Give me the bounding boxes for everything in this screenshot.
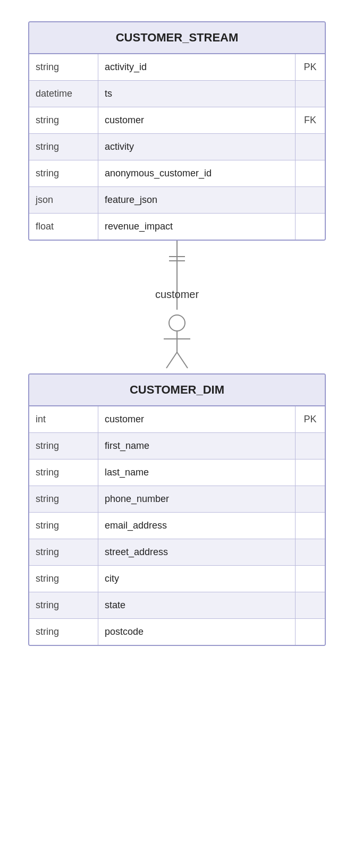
table-connector: customer [28, 241, 326, 373]
cell-type: int [29, 406, 98, 432]
svg-point-5 [169, 315, 185, 331]
cell-type: string [29, 160, 98, 186]
cell-name: first_name [98, 433, 296, 459]
customer-dim-title: CUSTOMER_DIM [29, 375, 325, 406]
cell-key [296, 187, 325, 213]
cell-name: phone_number [98, 486, 296, 512]
table-row: string activity [29, 134, 325, 160]
cell-name: last_name [98, 459, 296, 486]
cell-key: FK [296, 107, 325, 133]
cell-name: customer [98, 406, 296, 432]
cell-name: customer [98, 107, 296, 133]
table-row: string phone_number [29, 486, 325, 513]
customer-stream-table: CUSTOMER_STREAM string activity_id PK da… [28, 21, 326, 241]
table-row: string last_name [29, 459, 325, 486]
table-row: string first_name [29, 433, 325, 459]
table-row: float revenue_impact [29, 214, 325, 240]
cell-type: float [29, 214, 98, 240]
table-row: string city [29, 566, 325, 592]
table-row: string postcode [29, 619, 325, 645]
table-row: json feature_json [29, 187, 325, 214]
cell-type: string [29, 566, 98, 592]
customer-dim-rows: int customer PK string first_name string… [29, 406, 325, 645]
cell-key [296, 513, 325, 539]
cell-name: postcode [98, 619, 296, 645]
cell-key [296, 566, 325, 592]
cell-name: email_address [98, 513, 296, 539]
diagram-container: CUSTOMER_STREAM string activity_id PK da… [28, 21, 326, 646]
table-row: string anonymous_customer_id [29, 160, 325, 187]
cell-name: activity [98, 134, 296, 160]
cell-name: city [98, 566, 296, 592]
table-row: string street_address [29, 539, 325, 566]
cell-type: json [29, 187, 98, 213]
cell-type: datetime [29, 81, 98, 107]
cell-type: string [29, 134, 98, 160]
cell-key [296, 592, 325, 618]
relation-label: customer [155, 288, 199, 301]
cell-key [296, 619, 325, 645]
table-row: string activity_id PK [29, 54, 325, 81]
connector-svg [156, 241, 198, 373]
cell-key [296, 459, 325, 486]
cell-name: anonymous_customer_id [98, 160, 296, 186]
table-row: string state [29, 592, 325, 619]
cell-key: PK [296, 406, 325, 432]
cell-name: revenue_impact [98, 214, 296, 240]
cell-type: string [29, 619, 98, 645]
cell-key [296, 486, 325, 512]
table-row: string email_address [29, 513, 325, 539]
cell-type: string [29, 54, 98, 80]
svg-line-8 [166, 352, 177, 368]
cell-key [296, 539, 325, 565]
cell-type: string [29, 486, 98, 512]
cell-key [296, 214, 325, 240]
cell-type: string [29, 107, 98, 133]
cell-type: string [29, 433, 98, 459]
table-row: datetime ts [29, 81, 325, 107]
cell-type: string [29, 513, 98, 539]
cell-key [296, 81, 325, 107]
cell-type: string [29, 592, 98, 618]
customer-dim-table: CUSTOMER_DIM int customer PK string firs… [28, 373, 326, 646]
svg-line-9 [177, 352, 188, 368]
cell-name: feature_json [98, 187, 296, 213]
table-row: string customer FK [29, 107, 325, 134]
cell-type: string [29, 539, 98, 565]
cell-name: state [98, 592, 296, 618]
cell-key [296, 160, 325, 186]
cell-key [296, 433, 325, 459]
table-row: int customer PK [29, 406, 325, 433]
cell-key: PK [296, 54, 325, 80]
cell-name: street_address [98, 539, 296, 565]
customer-stream-rows: string activity_id PK datetime ts string… [29, 54, 325, 240]
cell-name: ts [98, 81, 296, 107]
cell-name: activity_id [98, 54, 296, 80]
cell-type: string [29, 459, 98, 486]
cell-key [296, 134, 325, 160]
customer-stream-title: CUSTOMER_STREAM [29, 22, 325, 54]
